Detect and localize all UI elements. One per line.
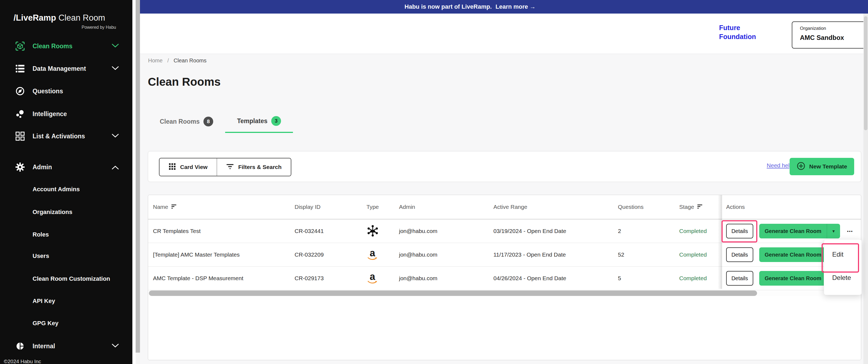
generate-dropdown-arrow[interactable]: ▾ xyxy=(827,224,840,238)
tab-clean-rooms[interactable]: Clean Rooms 8 xyxy=(148,116,225,133)
sidebar-item-label: Admin xyxy=(33,163,52,171)
sidebar-item-label: Clean Rooms xyxy=(33,42,72,50)
details-button[interactable]: Details xyxy=(726,271,753,285)
new-template-button[interactable]: New Template xyxy=(789,158,854,175)
tab-label: Clean Rooms xyxy=(160,118,199,125)
filters-search-button[interactable]: Filters & Search xyxy=(217,158,291,176)
cell-stage: Completed xyxy=(679,251,722,258)
account-link[interactable]: Future Foundation xyxy=(719,23,760,41)
sidebar-subitem-account-admins[interactable]: Account Admins xyxy=(0,181,132,198)
sidebar-item-label: Questions xyxy=(33,88,63,95)
sidebar-item-clean-rooms[interactable]: Clean Rooms xyxy=(0,37,132,55)
organization-value: AMC Sandbox xyxy=(800,34,844,41)
column-label: Admin xyxy=(399,204,415,210)
column-header-name[interactable]: Name xyxy=(148,204,294,210)
chevron-down-icon xyxy=(112,44,119,49)
tab-count-badge: 8 xyxy=(204,117,213,126)
sidebar-item-label: Internal xyxy=(33,342,55,350)
sidebar-scrollbar[interactable] xyxy=(135,0,140,364)
column-header-questions[interactable]: Questions xyxy=(618,204,679,210)
column-header-type[interactable]: Type xyxy=(367,204,399,210)
amazon-type-icon: a xyxy=(367,273,399,284)
table-horizontal-scrollbar[interactable] xyxy=(149,290,860,296)
sidebar-subitem-users[interactable]: Users xyxy=(0,248,132,264)
filters-label: Filters & Search xyxy=(238,164,282,170)
cell-display-id: CR-029173 xyxy=(294,275,367,281)
breadcrumb-current: Clean Rooms xyxy=(174,58,207,63)
cell-display-id: CR-032209 xyxy=(294,251,367,258)
column-header-admin[interactable]: Admin xyxy=(399,204,493,210)
subitem-label: GPG Key xyxy=(33,320,58,327)
column-label: Active Range xyxy=(493,204,527,210)
page-scrollbar-thumb[interactable] xyxy=(864,16,867,130)
table-header-row: Name Display ID Type Admin Active Range … xyxy=(148,195,861,219)
page-scrollbar[interactable] xyxy=(863,13,868,364)
column-header-display-id[interactable]: Display ID xyxy=(294,204,367,210)
chevron-up-icon xyxy=(112,164,119,170)
cell-admin: jon@habu.com xyxy=(399,251,493,258)
cell-questions: 5 xyxy=(618,275,679,281)
cell-actions: Details Generate Clean Room ▾ ••• xyxy=(722,224,861,238)
sidebar-subitem-api-key[interactable]: API Key xyxy=(0,293,132,309)
more-actions-button[interactable]: ••• xyxy=(847,229,853,234)
tab-label: Templates xyxy=(237,117,268,125)
column-label: Actions xyxy=(726,204,745,210)
sidebar-item-admin[interactable]: Admin xyxy=(0,158,132,176)
sort-icon[interactable] xyxy=(698,204,703,210)
subitem-label: Account Admins xyxy=(33,186,80,193)
card-view-button[interactable]: Card View xyxy=(159,158,217,176)
plus-circle-icon xyxy=(797,162,805,172)
generate-clean-room-split-button: Generate Clean Room ▾ xyxy=(759,224,840,238)
sidebar-divider xyxy=(132,0,135,364)
brand-logo: /LiveRamp Clean Room xyxy=(13,13,122,23)
generate-clean-room-button[interactable]: Generate Clean Room xyxy=(759,271,827,285)
table-scrollbar-thumb[interactable] xyxy=(149,291,757,296)
hub-type-icon xyxy=(367,224,399,238)
compass-icon xyxy=(14,87,26,96)
generate-clean-room-button[interactable]: Generate Clean Room xyxy=(759,224,827,238)
sidebar-item-questions[interactable]: Questions xyxy=(0,82,132,100)
page-title: Clean Rooms xyxy=(148,75,220,88)
tab-count-badge: 3 xyxy=(271,116,281,126)
sidebar-subitem-organizations[interactable]: Organizations xyxy=(0,204,132,220)
menu-item-delete[interactable]: Delete xyxy=(824,266,862,290)
account-name: Future Foundation xyxy=(719,23,760,41)
sidebar-scrollbar-thumb[interactable] xyxy=(135,0,140,353)
sidebar-subitem-roles[interactable]: Roles xyxy=(0,226,132,243)
details-button[interactable]: Details xyxy=(726,247,753,262)
table-row[interactable]: CR Templates Test CR-032441 jon@habu.com xyxy=(148,219,861,243)
sidebar-item-label: List & Activations xyxy=(33,133,85,140)
details-button[interactable]: Details xyxy=(726,224,753,238)
column-header-stage[interactable]: Stage xyxy=(679,204,722,210)
row-actions-menu: Edit Delete xyxy=(824,239,862,295)
sidebar-item-intelligence[interactable]: Intelligence xyxy=(0,105,132,123)
sidebar-subitem-clean-room-customization[interactable]: Clean Room Customization xyxy=(0,271,132,287)
sidebar-item-list-activations[interactable]: List & Activations xyxy=(0,127,132,145)
app-window: /LiveRamp Clean Room Powered by Habu Cle… xyxy=(0,0,868,364)
sort-icon[interactable] xyxy=(172,204,177,210)
pie-icon xyxy=(14,341,26,351)
announcement-banner: Habu is now part of LiveRamp. Learn more… xyxy=(140,0,868,13)
sidebar-item-internal[interactable]: Internal xyxy=(0,337,132,355)
toolbar-card: Card View Filters & Search Need help? Ne… xyxy=(148,151,861,182)
column-label: Name xyxy=(153,204,168,210)
generate-clean-room-button[interactable]: Generate Clean Room xyxy=(759,247,827,262)
filter-icon xyxy=(226,163,234,171)
column-header-active-range[interactable]: Active Range xyxy=(493,204,618,210)
table-row[interactable]: [Template] AMC Master Templates CR-03220… xyxy=(148,243,861,267)
organization-select[interactable]: Organization AMC Sandbox xyxy=(792,22,868,49)
banner-text: Habu is now part of LiveRamp. xyxy=(404,3,492,10)
card-view-label: Card View xyxy=(180,164,208,170)
cell-admin: jon@habu.com xyxy=(399,275,493,281)
sidebar-subitem-gpg-key[interactable]: GPG Key xyxy=(0,315,132,331)
copyright-text: ©2024 Habu Inc xyxy=(4,359,41,364)
table-row[interactable]: AMC Template - DSP Measurement CR-029173… xyxy=(148,267,861,290)
tab-templates[interactable]: Templates 3 xyxy=(225,116,293,133)
menu-item-edit[interactable]: Edit xyxy=(824,243,862,266)
sidebar-item-data-management[interactable]: Data Management xyxy=(0,59,132,78)
chevron-down-icon xyxy=(112,344,119,348)
banner-learn-more-link[interactable]: Learn more → xyxy=(496,3,536,10)
column-header-actions: Actions xyxy=(722,204,861,210)
subitem-label: Users xyxy=(33,252,49,260)
breadcrumb-home[interactable]: Home xyxy=(148,58,162,63)
